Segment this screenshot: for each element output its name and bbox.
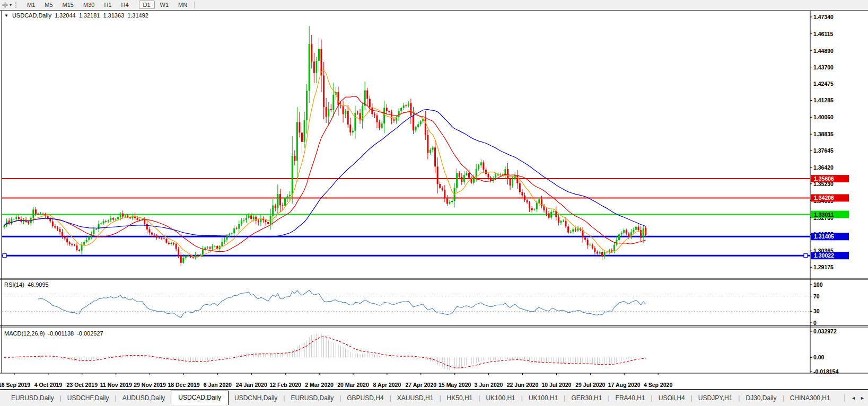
- toolbar-grip[interactable]: [15, 2, 19, 8]
- timeframe-button-MN[interactable]: MN: [174, 1, 191, 9]
- candle-body: [488, 174, 489, 178]
- date-tick-label: 12 Feb 2020: [269, 382, 301, 388]
- price-tick-label: 1.36420: [813, 164, 834, 171]
- candle-body: [405, 105, 407, 106]
- price-tick-label: 1.40060: [813, 114, 834, 120]
- tab-ger30-h1[interactable]: GER30,H1: [565, 392, 608, 405]
- tab-eurusd-daily[interactable]: EURUSD,Daily: [285, 392, 339, 405]
- chart-background: [0, 10, 868, 389]
- candle-body: [408, 103, 409, 106]
- candle-body: [519, 183, 521, 192]
- candle-body: [461, 177, 462, 182]
- candle-body: [403, 105, 405, 108]
- tab-dj30-daily[interactable]: DJ30,Daily: [740, 392, 782, 405]
- candle-body: [386, 108, 388, 111]
- tab-uk100-h1[interactable]: UK100,H1: [480, 392, 521, 405]
- candle-body: [250, 215, 252, 219]
- tab-separator: |: [608, 394, 609, 402]
- candle-body: [236, 228, 238, 229]
- candle-body: [640, 230, 642, 237]
- timeframe-button-M30[interactable]: M30: [79, 1, 99, 9]
- badge-label: 1.34206: [814, 195, 834, 201]
- tab-eurusd-daily[interactable]: EURUSD,Daily: [5, 392, 60, 405]
- candle-body: [466, 173, 467, 175]
- candle-body: [11, 219, 12, 224]
- candle-body: [248, 215, 250, 217]
- candle-body: [122, 214, 124, 217]
- timeframe-button-H4[interactable]: H4: [117, 1, 133, 9]
- date-tick-label: 29 Jul 2020: [575, 382, 605, 388]
- price-tick-label: 1.42475: [813, 81, 834, 87]
- price-tick-label: 1.46115: [813, 31, 834, 37]
- candle-body: [626, 230, 627, 233]
- tab-fra40-h1[interactable]: FRA40,H1: [610, 392, 651, 405]
- candle-body: [260, 219, 261, 222]
- candle-body: [209, 248, 211, 249]
- candle-body: [587, 240, 589, 245]
- candle-body: [275, 206, 276, 208]
- candle-body: [125, 216, 126, 217]
- price-level-badge: 1.33011: [811, 211, 849, 218]
- date-tick-label: 20 Mar 2020: [337, 382, 369, 388]
- tab-usdcad-daily[interactable]: USDCAD,Daily: [171, 391, 229, 405]
- tab-scroll-right-icon[interactable]: ►: [860, 395, 865, 401]
- candle-body: [156, 235, 157, 237]
- candle-body: [311, 44, 312, 61]
- timeframe-button-M5[interactable]: M5: [40, 1, 57, 9]
- timeframe-button-W1[interactable]: W1: [156, 1, 173, 9]
- tab-separator: |: [521, 394, 523, 402]
- macd-signal-value: -0.002527: [77, 330, 103, 337]
- date-tick-label: 6 Jan 2020: [204, 382, 232, 388]
- tab-uk100-h1[interactable]: UK100,H1: [523, 392, 564, 405]
- candle-body: [444, 190, 445, 198]
- candle-body: [369, 99, 371, 107]
- chart-canvas[interactable]: 1.473401.461151.448901.437001.424751.412…: [0, 10, 868, 389]
- tab-usdcnh-daily[interactable]: USDCNH,Daily: [229, 392, 283, 405]
- candle-body: [357, 113, 358, 113]
- candle-body: [221, 242, 223, 246]
- tab-gbpusd-h4[interactable]: GBPUSD,H4: [341, 392, 389, 405]
- tab-audusd-daily[interactable]: AUDUSD,Daily: [117, 392, 171, 405]
- tab-usdchf-daily[interactable]: USDCHF,Daily: [62, 392, 115, 405]
- tab-usdjpy-h1[interactable]: USDJPY,H1: [692, 392, 738, 405]
- candle-body: [345, 111, 346, 114]
- tab-hk50-h1[interactable]: HK50,H1: [441, 392, 479, 405]
- candle-body: [134, 216, 136, 218]
- candle-body: [287, 196, 288, 198]
- candle-body: [292, 156, 293, 195]
- tab-separator: |: [283, 394, 285, 402]
- date-tick-label: 29 Nov 2019: [134, 382, 166, 388]
- badge-label: 1.35606: [814, 175, 834, 182]
- tab-usoil-h4[interactable]: USOil,H4: [653, 392, 691, 405]
- candle-body: [32, 209, 34, 218]
- candle-body: [376, 116, 378, 122]
- candle-body: [628, 234, 629, 237]
- macd-name: MACD(12,26,9): [4, 330, 45, 337]
- tab-separator: |: [564, 394, 565, 402]
- candle-body: [137, 218, 138, 220]
- timeframe-button-H1[interactable]: H1: [100, 1, 116, 9]
- tool-dropdown-caret-icon[interactable]: ▾: [10, 3, 12, 7]
- timeframe-button-D1[interactable]: D1: [139, 1, 155, 9]
- timeframe-button-M1[interactable]: M1: [23, 1, 39, 9]
- crosshair-glyph: [2, 2, 8, 8]
- date-tick-label: 11 Nov 2019: [100, 382, 132, 388]
- tab-xauusd-h1[interactable]: XAUUSD,H1: [391, 392, 440, 405]
- level-drag-handle[interactable]: [3, 254, 6, 258]
- price-tick-label: 1.43700: [813, 64, 834, 70]
- timeframe-button-M15[interactable]: M15: [58, 1, 78, 9]
- date-tick-label: 4 Sep 2020: [644, 382, 672, 388]
- level-drag-handle[interactable]: [804, 254, 808, 258]
- tab-china300-h1[interactable]: CHINA300,H1: [784, 392, 832, 405]
- candle-body: [100, 223, 102, 224]
- candle-body: [255, 217, 257, 221]
- crosshair-tool-icon[interactable]: [0, 1, 10, 9]
- candle-body: [69, 242, 71, 244]
- candle-body: [604, 252, 606, 257]
- tab-scroll-left-icon[interactable]: ◄: [851, 395, 856, 401]
- symbol-dropdown-icon[interactable]: ▼: [4, 13, 8, 18]
- candle-body: [49, 218, 51, 221]
- candle-body: [163, 239, 165, 239]
- chart-window[interactable]: 1.473401.461151.448901.437001.424751.412…: [0, 10, 868, 389]
- candle-body: [597, 252, 598, 254]
